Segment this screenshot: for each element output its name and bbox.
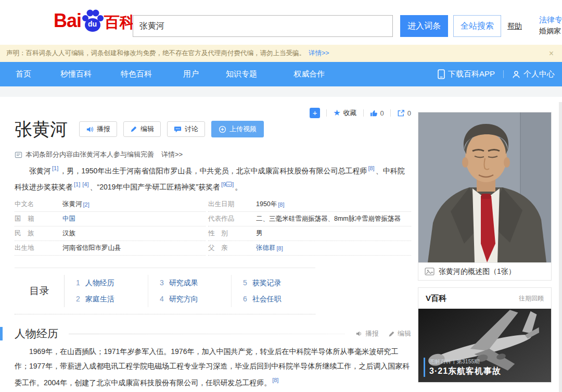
- play-audio-button[interactable]: 播报: [79, 121, 117, 137]
- help-link[interactable]: 帮助: [507, 22, 522, 31]
- picture-icon: [425, 268, 435, 275]
- baidu-paw-icon: du: [80, 7, 105, 34]
- ref-link[interactable]: [2]: [82, 201, 91, 208]
- speaker-icon: [86, 125, 94, 133]
- ref-link[interactable]: [8]: [367, 165, 375, 171]
- header: Bai du 百科 进入词条 全站搜索 帮助 法律专 婚姻家: [0, 0, 562, 45]
- ref-link[interactable]: [1]: [73, 181, 81, 187]
- table-row: 出生地 河南省信阳市罗山县: [15, 241, 206, 256]
- disclaimer-bar: 声明：百科词条人人可编辑，词条创建和修改均免费，绝不存在官方及代理商付费代编，请…: [0, 45, 562, 62]
- infobox-label: 代表作品: [208, 214, 256, 223]
- nav-item-home[interactable]: 首页: [16, 69, 31, 79]
- table-row: 国 籍 中国: [15, 212, 206, 226]
- edit-button[interactable]: 编辑: [123, 121, 161, 137]
- plus-circle-icon: [219, 125, 226, 133]
- table-row: 中文名 张黄河 [2]: [15, 197, 206, 212]
- like-button[interactable]: 0: [370, 109, 384, 117]
- toc-column: 5获奖记录 6社会任职: [231, 275, 314, 307]
- disclaimer-detail-link[interactable]: 详情>>: [309, 49, 329, 58]
- vbaike-title: V百科: [426, 294, 446, 304]
- discuss-button[interactable]: 讨论: [167, 121, 205, 137]
- nav-item-user[interactable]: 用户: [183, 69, 199, 79]
- infobox-right-column: 出生日期 1950年 [8] 代表作品 二、三毫米硅雪崩振荡器、8mm脉冲雪崩管…: [208, 197, 411, 256]
- infobox-value: 河南省信阳市罗山县: [62, 244, 121, 252]
- caption-tag: 图解百科丨第3155期: [429, 358, 501, 365]
- divider: [503, 70, 504, 78]
- section-edit-button[interactable]: 编辑: [388, 329, 411, 338]
- collect-button[interactable]: ★ 收藏: [333, 108, 356, 118]
- side-ad-link-2[interactable]: 婚姻家: [539, 26, 562, 36]
- toc-item[interactable]: 1人物经历: [76, 275, 148, 291]
- ref-link[interactable]: [8]: [271, 377, 279, 383]
- ref-link[interactable]: [4]: [81, 181, 90, 187]
- toc-item[interactable]: 4研究方向: [160, 291, 231, 307]
- table-row: 代表作品 二、三毫米硅雪崩振荡器、8mm脉冲雪崩管振荡器: [208, 212, 411, 226]
- enter-entry-button[interactable]: 进入词条: [400, 15, 448, 37]
- infobox-label: 父 亲: [208, 244, 256, 252]
- section-tools: 播报 编辑: [355, 329, 411, 338]
- right-edge-strip: [559, 102, 562, 392]
- nav-item-miaodong[interactable]: 秒懂百科: [60, 69, 92, 79]
- ref-link-with-image[interactable]: [9]: [220, 181, 235, 187]
- photo-caption[interactable]: 张黄河的概述图（1张）: [418, 262, 551, 280]
- divider: [69, 334, 345, 334]
- infobox-value-link[interactable]: 张德群: [256, 244, 276, 252]
- logo-text-du: du: [88, 20, 97, 28]
- add-to-icon[interactable]: +: [310, 108, 320, 118]
- ref-link[interactable]: [1]: [51, 165, 59, 171]
- section-accent-bar: [0, 327, 3, 340]
- toc-item[interactable]: 6社会任职: [243, 291, 314, 307]
- logo-text-baike: 百科: [104, 10, 135, 34]
- download-app-link[interactable]: 下载百科APP: [438, 69, 495, 79]
- toc-column: 1人物经历 2家庭生活: [65, 275, 148, 307]
- upload-video-button[interactable]: 上传视频: [211, 121, 264, 137]
- speaker-icon: [355, 330, 363, 337]
- logo-text-bai: Bai: [54, 7, 81, 34]
- coedit-text: 本词条部分内容由张黄河本人参与编辑完善: [25, 150, 154, 159]
- overview-photo-card[interactable]: 张黄河的概述图（1张）: [418, 112, 552, 281]
- ref-link[interactable]: [8]: [276, 245, 284, 251]
- portrait-photo: [418, 112, 551, 262]
- nav-item-tese[interactable]: 特色百科: [121, 69, 152, 79]
- toc-item[interactable]: 3研究成果: [160, 275, 231, 291]
- coedit-icon: [15, 151, 22, 159]
- search-input[interactable]: [133, 15, 393, 37]
- site-search-button[interactable]: 全站搜索: [453, 15, 501, 37]
- close-icon[interactable]: ×: [547, 49, 556, 58]
- coedit-detail-link[interactable]: 详情>>: [161, 150, 183, 159]
- ref-link[interactable]: [8]: [277, 201, 285, 208]
- history-link[interactable]: 往期回顾: [519, 294, 544, 303]
- thumbs-up-icon: [370, 109, 378, 117]
- person-icon: [512, 70, 520, 79]
- toc-column: 3研究成果 4研究方向: [148, 275, 231, 307]
- section-paragraph: 1969年，在山西插队；1971年岁参军入伍。1976年，加入中国共产党，转业后…: [15, 345, 410, 390]
- infobox-value: 张黄河: [62, 200, 82, 209]
- side-ad-link-1[interactable]: 法律专: [539, 14, 562, 26]
- caption-headline: 3·21东航客机事故: [429, 365, 501, 377]
- infobox-left-column: 中文名 张黄河 [2] 国 籍 中国 民 族 汉族 出生地 河南省信阳市罗山县: [15, 197, 206, 256]
- toc-title: 目录: [15, 275, 65, 307]
- nav-item-zhuanti[interactable]: 知识专题: [226, 69, 257, 79]
- star-icon: ★: [333, 109, 340, 117]
- divider: [390, 109, 391, 117]
- disclaimer-text: 声明：百科词条人人可编辑，词条创建和修改均免费，绝不存在官方及代理商付费代编，请…: [6, 49, 305, 58]
- divider-strip: [0, 86, 562, 97]
- phone-icon: [438, 69, 445, 79]
- vbaike-feature-image[interactable]: 图解百科丨第3155期 3·21东航客机事故: [418, 309, 551, 382]
- toc-item[interactable]: 2家庭生活: [76, 291, 148, 307]
- section-play-button[interactable]: 播报: [355, 329, 379, 338]
- share-button[interactable]: 0: [397, 109, 411, 117]
- infobox-value-link[interactable]: 中国: [62, 214, 75, 223]
- baidu-baike-logo[interactable]: Bai du 百科: [54, 7, 135, 34]
- pencil-icon: [130, 125, 137, 133]
- section-header: 人物经历 播报 编辑: [0, 326, 411, 342]
- chat-icon: [174, 125, 182, 133]
- infobox-value: 男: [256, 229, 263, 238]
- table-row: 出生日期 1950年 [8]: [208, 197, 411, 212]
- nav-item-hezuo[interactable]: 权威合作: [293, 69, 325, 79]
- infobox-label: 出生地: [15, 244, 62, 252]
- image-ref-icon: [226, 182, 232, 187]
- image-caption-overlay: 图解百科丨第3155期 3·21东航客机事故: [424, 358, 501, 377]
- personal-center-link[interactable]: 个人中心: [512, 69, 555, 79]
- toc-item[interactable]: 5获奖记录: [243, 275, 314, 291]
